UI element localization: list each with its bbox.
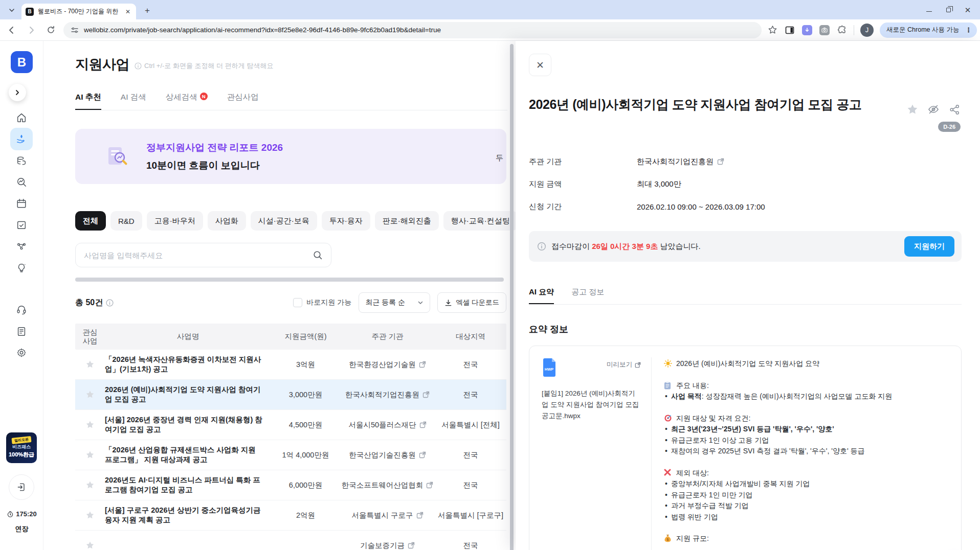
- external-link-icon[interactable]: [419, 421, 427, 428]
- program-name[interactable]: 2026년도 AI·디지털 비즈니스 파트너십 특화 프로그램 참여기업 모집 …: [105, 475, 271, 495]
- extension-camera-icon[interactable]: [819, 25, 830, 36]
- coins-icon: [16, 155, 27, 166]
- table-row[interactable]: 2026년 (예비)사회적기업 도약 지원사업 참여기업 모집 공고3,000만…: [75, 380, 506, 410]
- hide-eye-off-icon[interactable]: [927, 103, 940, 116]
- panel-tab-2[interactable]: 공고 정보: [571, 287, 604, 304]
- quick-apply-checkbox[interactable]: [293, 298, 302, 307]
- program-name[interactable]: 「2026년 녹색자산유동화증권 이차보전 지원사업」(기보1차) 공고: [105, 355, 271, 374]
- forward-icon[interactable]: [24, 22, 39, 38]
- program-name[interactable]: 「2026년 산업융합 규제샌드박스 사업화 지원 프로그램」 지원 대상과제 …: [105, 445, 271, 465]
- sidebar-item-support-center[interactable]: [10, 299, 33, 321]
- sort-dropdown[interactable]: 최근 등록 순: [359, 292, 430, 313]
- filter-chip[interactable]: 사업화: [208, 211, 246, 231]
- sidebar-item-home[interactable]: [10, 106, 33, 129]
- sidebar-item-calendar[interactable]: [10, 192, 33, 215]
- session-extend-button[interactable]: 연장: [0, 524, 43, 534]
- apply-button[interactable]: 지원하기: [904, 236, 954, 257]
- sidebar-item-insight[interactable]: [10, 171, 33, 193]
- attachment-filename[interactable]: [붙임1] 2026년 (예비)사회적기업 도약 지원사업 참여기업 모집 공고…: [542, 388, 641, 422]
- reload-icon[interactable]: [43, 22, 58, 38]
- external-link-icon[interactable]: [416, 512, 424, 519]
- side-panel-icon[interactable]: [784, 25, 795, 36]
- table-row[interactable]: 2026년도 AI·디지털 비즈니스 파트너십 특화 프로그램 참여기업 모집 …: [75, 470, 506, 500]
- search-icon[interactable]: [313, 250, 323, 260]
- table-row[interactable]: 「2026년 녹색자산유동화증권 이차보전 지원사업」(기보1차) 공고3억원한…: [75, 350, 506, 380]
- main-tab-2[interactable]: AI 검색: [121, 92, 146, 110]
- sidebar-item-idea[interactable]: [10, 257, 33, 279]
- favorite-star-icon[interactable]: [75, 480, 105, 490]
- table-row[interactable]: [서울] 구로구 2026년 상반기 중소기업육성기금 융자 지원 계획 공고2…: [75, 500, 506, 531]
- filter-chip[interactable]: 고용·바우처: [147, 211, 203, 231]
- horizontal-scrollbar[interactable]: [75, 278, 504, 282]
- browser-tab[interactable]: B 웰로비즈 - 700만 기업을 위한 ✕: [21, 4, 136, 19]
- favorite-star-icon[interactable]: [75, 389, 105, 400]
- sidebar-promo-banner[interactable]: 얼리오픈 비즈패스 100%환급: [6, 432, 37, 463]
- bookmark-star-icon[interactable]: [767, 25, 778, 36]
- panel-tab-1[interactable]: AI 요약: [529, 287, 554, 304]
- main-tab-4[interactable]: 관심사업: [227, 92, 259, 110]
- table-row[interactable]: 「2026년 산업융합 규제샌드박스 사업화 지원 프로그램」 지원 대상과제 …: [75, 440, 506, 470]
- excel-download-button[interactable]: 엑셀 다운로드: [437, 292, 506, 313]
- minimize-icon[interactable]: [926, 7, 932, 13]
- program-search[interactable]: [75, 243, 331, 267]
- chrome-update-button[interactable]: 새로운 Chrome 사용 가능 ⋮: [880, 22, 977, 38]
- search-input[interactable]: [84, 251, 313, 260]
- table-row[interactable]: 기술보증기금전국: [75, 531, 506, 550]
- vertical-scrollbar[interactable]: [510, 44, 514, 550]
- external-link-icon[interactable]: [408, 542, 415, 549]
- program-name[interactable]: 2026년 (예비)사회적기업 도약 지원사업 참여기업 모집 공고: [105, 385, 271, 404]
- summary-bullet: •과거 부정수급 적발 기업: [664, 500, 949, 511]
- url-bar[interactable]: wellobiz.com/private/job-search/applicat…: [63, 22, 762, 38]
- close-window-icon[interactable]: ✕: [965, 7, 971, 13]
- logout-button[interactable]: [9, 474, 34, 500]
- extensions-puzzle-icon[interactable]: [836, 25, 848, 36]
- program-name[interactable]: [서울] 구로구 2026년 상반기 중소기업육성기금 융자 지원 계획 공고: [105, 506, 271, 525]
- back-icon[interactable]: [4, 22, 19, 38]
- external-link-icon[interactable]: [422, 391, 430, 398]
- external-link-icon[interactable]: [419, 451, 426, 459]
- external-link-icon[interactable]: [419, 361, 426, 368]
- app-logo[interactable]: B: [11, 51, 33, 73]
- main-tab-3[interactable]: 상세검색N: [166, 92, 208, 110]
- preview-link[interactable]: 미리보기: [607, 360, 641, 369]
- extension-shield-icon[interactable]: [801, 25, 813, 36]
- menu-kebab-icon[interactable]: ⋮: [964, 26, 974, 34]
- sidebar-item-settings[interactable]: [10, 341, 33, 364]
- external-link-icon[interactable]: [426, 482, 433, 489]
- filter-chip[interactable]: 투자·융자: [322, 211, 370, 231]
- favorite-star-icon[interactable]: [906, 103, 919, 116]
- table-row[interactable]: [서울] 2026년 중장년 경력 인재 지원(채용형) 참여기업 모집 공고4…: [75, 410, 506, 440]
- quick-apply-label[interactable]: 바로지원 가능: [306, 298, 351, 307]
- program-name[interactable]: [서울] 2026년 중장년 경력 인재 지원(채용형) 참여기업 모집 공고: [105, 415, 271, 434]
- share-icon[interactable]: [948, 103, 961, 116]
- tab-search-icon[interactable]: [5, 5, 18, 16]
- new-tab-button[interactable]: +: [141, 5, 153, 17]
- panel-close-button[interactable]: ✕: [529, 54, 551, 76]
- filter-chip[interactable]: 행사·교육·컨설팅: [443, 211, 516, 231]
- sidebar-item-applications[interactable]: [10, 214, 33, 236]
- sidebar-expand-button[interactable]: [9, 84, 26, 101]
- filter-chip[interactable]: R&D: [110, 211, 142, 231]
- sidebar-item-funding[interactable]: [10, 149, 33, 172]
- filter-chip[interactable]: 판로·해외진출: [375, 211, 439, 231]
- hwp-file-icon[interactable]: HWP: [542, 358, 557, 377]
- favorite-star-icon[interactable]: [75, 540, 105, 550]
- strategy-report-banner[interactable]: 정부지원사업 전략 리포트 2026 10분이면 흐름이 보입니다 두: [75, 129, 506, 184]
- promo-title: 정부지원사업 전략 리포트 2026: [146, 141, 283, 154]
- sidebar-item-docs[interactable]: [10, 320, 33, 342]
- chevron-down-icon: [417, 300, 424, 306]
- main-tab-1[interactable]: AI 추천: [75, 92, 101, 110]
- favorite-star-icon[interactable]: [75, 450, 105, 460]
- favorite-star-icon[interactable]: [75, 420, 105, 430]
- favorite-star-icon[interactable]: [75, 510, 105, 520]
- external-link-icon[interactable]: [717, 158, 724, 165]
- sidebar-item-support-programs[interactable]: [10, 128, 33, 150]
- sidebar-item-workflow[interactable]: [10, 235, 33, 258]
- restore-icon[interactable]: [945, 7, 951, 13]
- filter-chip[interactable]: 전체: [75, 211, 106, 231]
- tab-close-icon[interactable]: ✕: [124, 8, 132, 16]
- favorite-star-icon[interactable]: [75, 359, 105, 370]
- filter-chip[interactable]: 시설·공간·보육: [251, 211, 317, 231]
- profile-avatar[interactable]: J: [860, 24, 874, 37]
- site-info-icon[interactable]: [71, 26, 79, 34]
